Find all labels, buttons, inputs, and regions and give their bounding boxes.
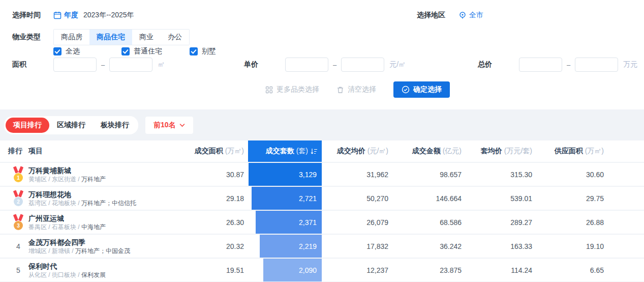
table-row[interactable]: 5 保利时代 从化区 / 街口板块 / 保利发展 19.51 2,090 12,… <box>0 259 644 281</box>
unit-price-min-input[interactable] <box>285 58 328 72</box>
table-body: 1 万科黄埔新城 黄埔区 / 东区街道 / 万科地产 30.87 3,129 3… <box>0 163 644 281</box>
project-cell: 保利时代 从化区 / 街口板块 / 保利发展 <box>28 259 173 281</box>
ranking-table: 排行 项目 成交面积 (万㎡) 成交套数 (套) 成交均价 (元/㎡) 成交金额… <box>0 140 644 281</box>
time-filter-label: 选择时间 <box>12 11 53 20</box>
area-cell: 20.32 <box>173 235 248 258</box>
units-bar: 2,721 <box>252 187 322 210</box>
table-row[interactable]: 4 金茂万科都会四季 增城区 / 新塘镇 / 万科地产；中国金茂 20.32 2… <box>0 235 644 258</box>
checkbox-villa[interactable]: 别墅 <box>190 47 258 56</box>
area-max-input[interactable] <box>109 58 152 72</box>
header-project[interactable]: 项目 <box>28 140 173 162</box>
time-mode-label: 年度 <box>64 11 78 20</box>
project-name: 保利时代 <box>28 262 57 271</box>
total-price-range-label: 总价 <box>478 60 519 69</box>
project-subtitle: 增城区 / 新塘镇 / 万科地产；中国金茂 <box>28 247 130 255</box>
project-cell: 万科黄埔新城 黄埔区 / 东区街道 / 万科地产 <box>28 163 173 186</box>
amount-cell: 146.664 <box>392 187 466 210</box>
checkbox-checked-icon <box>121 47 130 55</box>
project-name: 万科黄埔新城 <box>28 166 71 175</box>
header-area[interactable]: 成交面积 (万㎡) <box>173 140 248 162</box>
avg-price-cell: 50,270 <box>322 187 392 210</box>
total-price-range-group: 总价 – 万元 <box>478 58 637 72</box>
area-min-input[interactable] <box>53 58 97 72</box>
checkbox-select-all[interactable]: 全选 <box>53 47 121 56</box>
ranking-tabs-row: 项目排行 区域排行 板块排行 前10名 <box>4 116 193 134</box>
project-subtitle: 番禺区 / 石基板块 / 中海地产 <box>28 223 106 231</box>
medal-gold-icon: 1 <box>12 166 24 182</box>
area-cell: 19.51 <box>173 259 248 281</box>
units-bar: 3,129 <box>249 163 322 186</box>
property-type-option-0[interactable]: 商品房 <box>54 30 89 45</box>
price-per-unit-cell: 163.33 <box>466 235 536 258</box>
header-avg-price[interactable]: 成交均价 (元/㎡) <box>322 140 392 162</box>
amount-cell: 68.586 <box>392 211 466 234</box>
unit-price-range-group: 单价 – 元/㎡ <box>244 58 406 72</box>
top-n-dropdown[interactable]: 前10名 <box>145 117 193 134</box>
area-cell: 30.87 <box>173 163 248 186</box>
supply-area-cell: 29.75 <box>536 187 608 210</box>
project-cell: 金茂万科都会四季 增城区 / 新塘镇 / 万科地产；中国金茂 <box>28 235 173 258</box>
property-type-option-3[interactable]: 办公 <box>161 30 189 45</box>
rank-cell: 5 <box>0 259 28 281</box>
tab-district-ranking[interactable]: 区域排行 <box>49 118 93 133</box>
date-range-value[interactable]: 2023年--2025年 <box>83 11 134 20</box>
units-bar: 2,090 <box>263 259 322 281</box>
header-supply-area[interactable]: 供应面积 (万㎡) <box>536 140 608 162</box>
rank-cell: 4 <box>0 235 28 258</box>
amount-cell: 98.657 <box>392 163 466 186</box>
supply-area-cell: 26.88 <box>536 211 608 234</box>
avg-price-cell: 12,237 <box>322 259 392 281</box>
price-per-unit-cell: 539.01 <box>466 187 536 210</box>
checkbox-checked-icon <box>53 47 62 55</box>
page: 选择时间 年度 2023年--2025年 选择地区 全市 物业类型 商品房 <box>0 0 644 282</box>
total-price-unit: 万元 <box>623 60 637 69</box>
supply-area-cell: 6.65 <box>536 259 608 281</box>
sort-descending-icon <box>311 148 318 155</box>
tab-plate-ranking[interactable]: 板块排行 <box>93 118 137 133</box>
avg-price-cell: 26,079 <box>322 211 392 234</box>
property-type-option-1[interactable]: 商品住宅 <box>89 30 132 45</box>
avg-price-cell: 17,832 <box>322 235 392 258</box>
table-row[interactable]: 1 万科黄埔新城 黄埔区 / 东区街道 / 万科地产 30.87 3,129 3… <box>0 163 644 186</box>
total-price-min-input[interactable] <box>519 58 562 72</box>
units-cell: 3,129 <box>248 163 322 186</box>
units-cell: 2,721 <box>248 187 322 210</box>
medal-silver-icon: 2 <box>12 190 24 206</box>
more-categories-button[interactable]: 更多品类选择 <box>265 85 319 94</box>
header-amount[interactable]: 成交金额 (亿元) <box>392 140 466 162</box>
header-rank[interactable]: 排行 <box>0 140 28 162</box>
project-cell: 万科理想花地 荔湾区 / 花地板块 / 万科地产；中信信托 <box>28 187 173 210</box>
property-type-option-2[interactable]: 商业 <box>132 30 161 45</box>
rank-cell: 3 <box>0 211 28 234</box>
supply-area-cell: 30.60 <box>536 163 608 186</box>
project-subtitle: 荔湾区 / 花地板块 / 万科地产；中信信托 <box>28 199 136 207</box>
range-dash: – <box>101 61 105 69</box>
region-value: 全市 <box>469 11 483 20</box>
header-units-sorted[interactable]: 成交套数 (套) <box>248 140 322 162</box>
time-mode-selector[interactable]: 年度 <box>53 11 78 20</box>
table-row[interactable]: 2 万科理想花地 荔湾区 / 花地板块 / 万科地产；中信信托 29.18 2,… <box>0 187 644 210</box>
confirm-selection-button[interactable]: 确定选择 <box>393 81 450 98</box>
area-range-group: 面积 – ㎡ <box>12 58 165 72</box>
clear-selection-button[interactable]: 清空选择 <box>336 85 376 94</box>
unit-price-max-input[interactable] <box>341 58 384 72</box>
table-row[interactable]: 3 广州亚运城 番禺区 / 石基板块 / 中海地产 26.30 2,371 26… <box>0 211 644 234</box>
supply-area-cell: 19.10 <box>536 235 608 258</box>
total-price-max-input[interactable] <box>575 58 618 72</box>
trash-icon <box>336 86 344 94</box>
range-dash: – <box>333 61 336 69</box>
tab-project-ranking[interactable]: 项目排行 <box>6 118 49 133</box>
medal-bronze-icon: 3 <box>12 214 24 230</box>
location-pin-icon <box>458 11 467 19</box>
region-filter-label: 选择地区 <box>417 11 445 20</box>
region-selector[interactable]: 全市 <box>458 11 483 20</box>
filter-actions-row: 更多品类选择 清空选择 确定选择 <box>0 81 644 98</box>
ranking-tab-group: 项目排行 区域排行 板块排行 <box>4 116 138 134</box>
project-cell: 广州亚运城 番禺区 / 石基板块 / 中海地产 <box>28 211 173 234</box>
avg-price-cell: 31,962 <box>322 163 392 186</box>
property-type-row: 物业类型 商品房 商品住宅 商业 办公 <box>12 29 190 45</box>
rank-cell: 2 <box>0 187 28 210</box>
checkbox-ordinary-housing[interactable]: 普通住宅 <box>121 47 190 56</box>
unit-price-range-label: 单价 <box>244 60 285 69</box>
header-price-per-unit[interactable]: 套均价 (万元/套) <box>466 140 536 162</box>
